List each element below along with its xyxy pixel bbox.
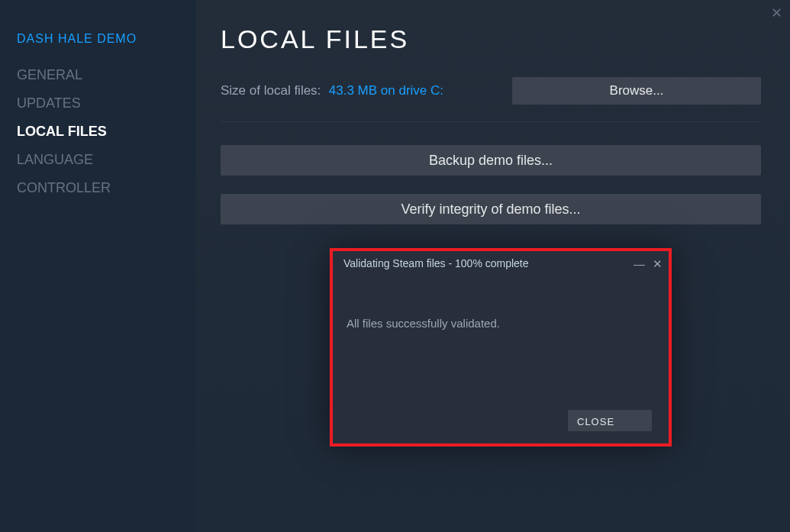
close-icon[interactable]: ✕ bbox=[653, 258, 663, 269]
backup-button[interactable]: Backup demo files... bbox=[221, 145, 761, 176]
sidebar-item-controller[interactable]: CONTROLLER bbox=[17, 180, 196, 196]
sidebar-item-general[interactable]: GENERAL bbox=[17, 67, 196, 83]
app-root: DASH HALE DEMO GENERAL UPDATES LOCAL FIL… bbox=[0, 0, 790, 532]
size-label: Size of local files: bbox=[221, 83, 321, 98]
sidebar-title[interactable]: DASH HALE DEMO bbox=[17, 32, 196, 46]
sidebar-item-updates[interactable]: UPDATES bbox=[17, 95, 196, 111]
modal-titlebar: Validating Steam files - 100% complete —… bbox=[333, 251, 669, 276]
verify-button[interactable]: Verify integrity of demo files... bbox=[221, 194, 761, 224]
modal-body: All files successfully validated. bbox=[333, 276, 669, 330]
sidebar-item-language[interactable]: LANGUAGE bbox=[17, 152, 196, 168]
page-title: LOCAL FILES bbox=[221, 24, 761, 54]
close-icon[interactable]: ✕ bbox=[771, 5, 782, 21]
size-value[interactable]: 43.3 MB on drive C: bbox=[329, 83, 443, 98]
validation-modal: Validating Steam files - 100% complete —… bbox=[330, 248, 672, 447]
close-button[interactable]: CLOSE bbox=[568, 410, 652, 431]
modal-message: All files successfully validated. bbox=[347, 317, 500, 330]
minimize-icon[interactable]: — bbox=[634, 258, 645, 269]
modal-footer: CLOSE bbox=[568, 410, 652, 431]
browse-button[interactable]: Browse... bbox=[512, 77, 761, 105]
size-row: Size of local files: 43.3 MB on drive C:… bbox=[221, 77, 761, 105]
modal-title: Validating Steam files - 100% complete bbox=[343, 257, 529, 269]
modal-window-controls: — ✕ bbox=[634, 258, 663, 269]
sidebar: DASH HALE DEMO GENERAL UPDATES LOCAL FIL… bbox=[0, 0, 196, 532]
size-text: Size of local files: 43.3 MB on drive C: bbox=[221, 83, 443, 98]
sidebar-item-local-files[interactable]: LOCAL FILES bbox=[17, 124, 196, 140]
divider bbox=[221, 121, 761, 122]
